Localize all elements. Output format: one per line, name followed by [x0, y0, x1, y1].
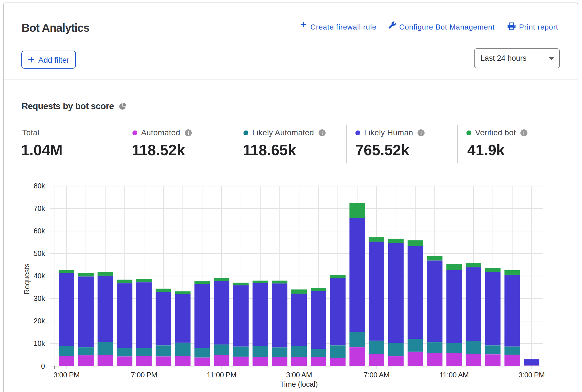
svg-text:7:00 PM: 7:00 PM [131, 371, 157, 379]
svg-text:Time (local): Time (local) [280, 380, 318, 388]
svg-text:Requests: Requests [22, 263, 31, 294]
svg-text:50k: 50k [34, 249, 45, 257]
svg-text:3:00 PM: 3:00 PM [53, 371, 80, 379]
svg-text:80k: 80k [34, 182, 45, 190]
svg-text:11:00 PM: 11:00 PM [207, 371, 236, 379]
svg-text:10k: 10k [34, 339, 45, 347]
svg-text:3:00 PM: 3:00 PM [518, 371, 545, 379]
svg-text:40k: 40k [34, 272, 45, 280]
svg-text:30k: 30k [34, 294, 45, 302]
svg-text:0: 0 [41, 362, 45, 370]
svg-text:3:00 AM: 3:00 AM [286, 371, 312, 379]
svg-text:7:00 AM: 7:00 AM [364, 371, 389, 379]
svg-text:20k: 20k [34, 317, 45, 325]
svg-text:70k: 70k [34, 204, 45, 212]
svg-text:11:00 AM: 11:00 AM [439, 371, 469, 379]
svg-text:60k: 60k [34, 227, 45, 235]
